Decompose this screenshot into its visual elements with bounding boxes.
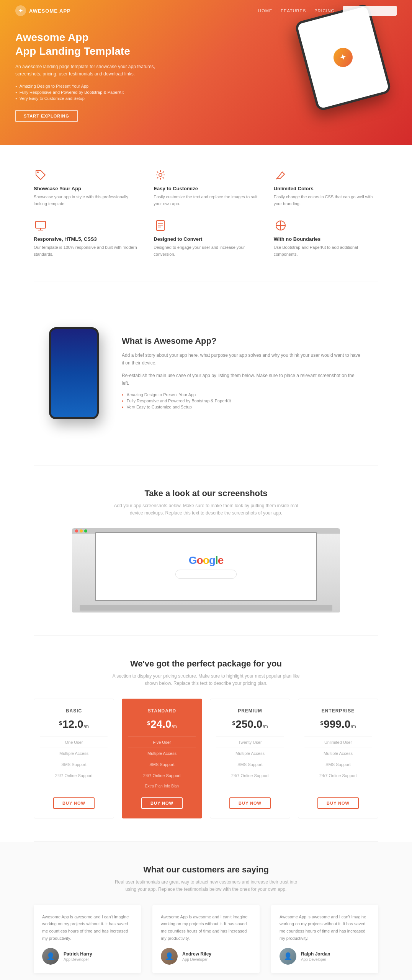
testimonial-1-avatar: 👤	[42, 948, 59, 965]
pricing-premium-f4: 24/7 Online Support	[216, 770, 284, 781]
feature-boundaries-desc: Use Bootstrap and PaperKit to add additi…	[274, 244, 378, 258]
testimonial-1-info: Patrick Harry App Developer	[64, 951, 92, 962]
feature-convert: Designed to Convert Designed to engage y…	[154, 219, 258, 258]
hero-description: An awesome landing page template for sho…	[15, 63, 176, 78]
about-text-content: What is Awesome App? Add a brief story a…	[122, 336, 363, 410]
navbar: ✦ AWESOME APP HOME FEATURES PRICING DOWN…	[0, 0, 412, 21]
pricing-premium-f2: Multiple Access	[216, 748, 284, 759]
pricing-premium: Premium $250.0/m Twenty User Multiple Ac…	[210, 699, 290, 818]
arrows-icon	[274, 219, 288, 232]
screenshot-display: Google	[72, 528, 340, 612]
hero-title: Awesome App App Landing Template	[15, 31, 176, 59]
pricing-basic-extra	[40, 781, 108, 791]
pricing-enterprise-f1: Unlimited User	[304, 737, 372, 748]
about-bullet-1: Amazing Design to Present Your App	[122, 392, 363, 398]
pricing-subtitle: A section to display your pricing struct…	[110, 673, 302, 687]
nav-logo: ✦ AWESOME APP	[15, 5, 71, 16]
pricing-standard-btn[interactable]: BUY NOW	[141, 797, 183, 809]
pricing-enterprise-f4: 24/7 Online Support	[304, 770, 372, 781]
testimonial-2-author: 👤 Andrew Riley App Developer	[161, 948, 251, 965]
feature-customize-title: Easy to Customize	[154, 186, 198, 191]
gear-icon	[154, 168, 167, 182]
monitor-icon	[34, 219, 47, 232]
pricing-premium-extra	[216, 781, 284, 791]
feature-convert-title: Designed to Convert	[154, 236, 202, 242]
pricing-basic-price: $12.0/m	[40, 718, 108, 730]
pricing-standard-f3: SMS Support	[128, 759, 196, 770]
testimonial-3-info: Ralph Jordan App Developer	[301, 951, 330, 962]
pricing-section: We've got the perfect package for you A …	[0, 636, 412, 841]
pricing-basic-plan: Basic	[40, 708, 108, 714]
svg-point-1	[159, 173, 162, 176]
hero-phone-mockup: ✦	[305, 11, 381, 103]
feature-responsive-title: Responsive, HTML5, CSS3	[34, 236, 97, 242]
nav-pricing[interactable]: PRICING	[314, 8, 335, 13]
nav-links: HOME FEATURES PRICING DOWNLOAD NOW	[258, 6, 397, 16]
pricing-basic-f2: Multiple Access	[40, 748, 108, 759]
pricing-standard-f2: Multiple Access	[128, 748, 196, 759]
testimonial-1-name: Patrick Harry	[64, 951, 92, 957]
features-section: Showcase Your App Showcase your app in s…	[0, 145, 412, 281]
feature-showcase-title: Showcase Your App	[34, 186, 81, 191]
about-bullets: Amazing Design to Present Your App Fully…	[122, 392, 363, 410]
nav-home[interactable]: HOME	[258, 8, 272, 13]
file-icon	[154, 219, 167, 232]
laptop-base	[80, 605, 332, 612]
pricing-standard-f4: 24/7 Online Support	[128, 770, 196, 781]
pricing-enterprise-f2: Multiple Access	[304, 748, 372, 759]
feature-colors: Unlimited Colors Easily change the color…	[274, 168, 378, 207]
pricing-grid: Basic $12.0/m One User Multiple Access S…	[34, 699, 378, 818]
testimonials-grid: Awesome App is awesome and I can't imagi…	[34, 905, 378, 973]
google-logo-display: Google	[175, 554, 237, 579]
feature-convert-desc: Designed to engage your user and increas…	[154, 244, 258, 258]
testimonial-1: Awesome App is awesome and I can't imagi…	[34, 905, 141, 973]
about-bullet-2: Fully Responsive and Powered by Bootstra…	[122, 398, 363, 404]
nav-features[interactable]: FEATURES	[281, 8, 306, 13]
screenshots-section: Take a look at our screenshots Add your …	[0, 466, 412, 635]
screenshots-title: Take a look at our screenshots	[15, 488, 397, 498]
about-title: What is Awesome App?	[122, 336, 363, 346]
screenshots-subtitle: Add your app screenshots below. Make sur…	[110, 502, 302, 517]
feature-customize: Easy to Customize Easily customize the t…	[154, 168, 258, 207]
hero-bullet-3: Very Easy to Customize and Setup	[15, 95, 176, 101]
testimonial-2-name: Andrew Riley	[182, 951, 211, 957]
svg-point-0	[37, 172, 39, 173]
testimonial-3-name: Ralph Jordan	[301, 951, 330, 957]
feature-colors-title: Unlimited Colors	[274, 186, 314, 191]
about-phone-mockup	[49, 327, 99, 419]
feature-showcase-desc: Showcase your app in style with this pro…	[34, 194, 138, 207]
about-bullet-3: Very Easy to Customize and Setup	[122, 404, 363, 410]
feature-customize-desc: Easily customize the text and replace th…	[154, 194, 258, 207]
testimonial-3: Awesome App is awesome and I can't imagi…	[271, 905, 378, 973]
hero-bullets: Amazing Design to Present Your App Fully…	[15, 83, 176, 101]
testimonial-3-avatar: 👤	[280, 948, 296, 965]
laptop-screen: Google	[95, 532, 317, 601]
pricing-basic-f1: One User	[40, 737, 108, 748]
testimonial-1-role: App Developer	[64, 957, 92, 962]
laptop-keyboard	[80, 605, 332, 611]
pricing-standard-extra: Extra Plan Info Blah	[128, 781, 196, 791]
pricing-premium-f1: Twenty User	[216, 737, 284, 748]
about-content-wrapper: What is Awesome App? Add a brief story a…	[34, 304, 378, 442]
feature-showcase: Showcase Your App Showcase your app in s…	[34, 168, 138, 207]
pricing-premium-f3: SMS Support	[216, 759, 284, 770]
feature-boundaries: With no Boundaries Use Bootstrap and Pap…	[274, 219, 378, 258]
pricing-standard: Standard $24.0/m Five User Multiple Acce…	[122, 699, 202, 818]
features-grid: Showcase Your App Showcase your app in s…	[34, 168, 378, 258]
testimonial-1-text: Awesome App is awesome and I can't imagi…	[42, 913, 132, 942]
hero-cta-btn[interactable]: START EXPLORING	[15, 110, 78, 122]
nav-download-btn[interactable]: DOWNLOAD NOW	[343, 6, 397, 16]
about-para2: Re-establish the main use case of your a…	[122, 372, 363, 387]
pricing-basic: Basic $12.0/m One User Multiple Access S…	[34, 699, 114, 818]
pricing-basic-f3: SMS Support	[40, 759, 108, 770]
testimonials-section: What our customers are saying Real user …	[0, 842, 412, 980]
pricing-basic-btn[interactable]: BUY NOW	[53, 797, 95, 809]
pricing-enterprise-btn[interactable]: BUY NOW	[317, 797, 359, 809]
testimonial-3-text: Awesome App is awesome and I can't imagi…	[280, 913, 370, 942]
hero-bullet-2: Fully Responsive and Powered by Bootstra…	[15, 89, 176, 95]
pricing-basic-f4: 24/7 Online Support	[40, 770, 108, 781]
about-section: What is Awesome App? Add a brief story a…	[0, 281, 412, 465]
hero-content: Awesome App App Landing Template An awes…	[15, 31, 176, 122]
testimonial-2-avatar: 👤	[161, 948, 178, 965]
pricing-premium-btn[interactable]: BUY NOW	[229, 797, 271, 809]
